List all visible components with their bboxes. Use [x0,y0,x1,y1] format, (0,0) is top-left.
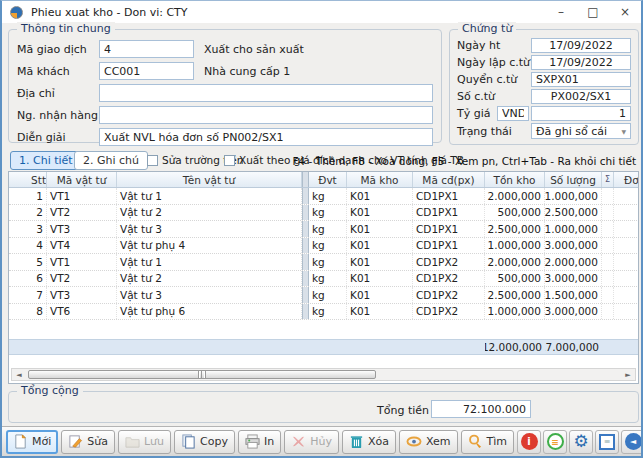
cell[interactable]: K01 [347,287,413,303]
cell[interactable]: 2.000,000 [485,254,545,270]
cell[interactable]: VT2 [47,205,117,221]
cell[interactable]: Vật tư phụ 6 [117,304,302,320]
cell-don-gia[interactable] [614,304,639,320]
cell[interactable]: CD1PX2 [413,254,485,270]
find-button[interactable]: Tìm [461,430,515,454]
cell[interactable]: Vật tư 1 [117,254,302,270]
cell[interactable]: K01 [347,238,413,254]
col-header-ma-kho[interactable]: Mã kho [347,172,413,187]
cell[interactable]: kg [309,287,347,303]
table-row[interactable]: 5VT1Vật tư 1kgK01CD1PX22.000,0002.000,00… [9,254,639,271]
table-row[interactable]: 2VT2Vật tư 2kgK01CD1PX1500,0002.500,000 [9,205,639,222]
cell[interactable]: K01 [347,188,413,204]
cell[interactable]: kg [309,271,347,287]
col-header-don-gia[interactable]: Đơn giá [614,172,639,187]
cell[interactable]: CD1PX1 [413,205,485,221]
cell[interactable]: 2 [9,205,47,221]
cell-don-gia[interactable] [614,221,639,237]
cell[interactable]: 3.000,000 [545,271,602,287]
cell[interactable]: 1.000,000 [485,304,545,320]
cell-don-gia[interactable] [614,238,639,254]
cell[interactable]: Vật tư 1 [117,188,302,204]
note-button[interactable]: ≡ [595,430,619,454]
doc-date-input[interactable] [531,55,631,70]
cell[interactable]: 1.000,000 [545,221,602,237]
receiver-input[interactable] [99,106,433,124]
table-row[interactable]: 4VT4Vật tư phụ 4kgK01CD1PX11.000,0003.00… [9,238,639,255]
view-button[interactable]: Xem [399,430,458,454]
cell[interactable]: 2.500,000 [485,287,545,303]
cell[interactable]: K01 [347,271,413,287]
cell[interactable]: 1.000,000 [545,188,602,204]
print-button[interactable]: In [238,430,281,454]
cell[interactable]: kg [309,304,347,320]
cell[interactable]: 6 [9,271,47,287]
cell[interactable]: VT6 [47,304,117,320]
minimize-icon[interactable]: – [545,1,577,23]
cell[interactable]: CD1PX2 [413,271,485,287]
table-row[interactable]: 8VT6Vật tư phụ 6kgK01CD1PX21.000,0003.00… [9,304,639,321]
col-header-ten-vat-tu[interactable]: Tên vật tư [117,172,302,187]
address-input[interactable] [99,84,433,102]
cell[interactable]: 500,000 [485,271,545,287]
cell[interactable]: 1.500,000 [545,287,602,303]
copy-button[interactable]: Copy [174,430,235,454]
total-money-input[interactable] [431,400,531,418]
cell[interactable]: kg [309,254,347,270]
cell[interactable]: Vật tư 2 [117,271,302,287]
cell[interactable]: VT2 [47,271,117,287]
col-header-ma-vat-tu[interactable]: Mã vật tư [47,172,117,187]
cell[interactable]: VT3 [47,221,117,237]
cell[interactable]: 1 [9,188,47,204]
cell[interactable]: VT1 [47,188,117,204]
cell[interactable]: CD1PX1 [413,221,485,237]
scroll-left-icon[interactable]: ◄ [12,369,26,380]
info-button[interactable]: i [517,430,541,454]
cell[interactable]: 2.000,000 [545,254,602,270]
cell[interactable]: 8 [9,304,47,320]
col-header-stt[interactable]: Stt [9,172,47,187]
col-header-so-luong[interactable]: Số lượng [545,172,602,187]
table-row[interactable]: 6VT2Vật tư 2kgK01CD1PX2500,0003.000,000 [9,271,639,288]
cell[interactable]: CD1PX1 [413,238,485,254]
cell[interactable]: Vật tư 3 [117,287,302,303]
cell[interactable]: K01 [347,304,413,320]
cell[interactable]: 7 [9,287,47,303]
cell[interactable]: CD1PX2 [413,287,485,303]
cell[interactable]: 1.000,000 [485,238,545,254]
table-row[interactable]: 1VT1Vật tư 1kgK01CD1PX12.000,0001.000,00… [9,188,639,205]
cell[interactable]: VT4 [47,238,117,254]
customer-code-input[interactable] [99,62,194,80]
pane-splitter[interactable] [302,172,309,187]
sigma-icon[interactable]: Σ [602,172,614,187]
cell[interactable]: 3.000,000 [545,238,602,254]
cell[interactable]: K01 [347,221,413,237]
cell[interactable]: K01 [347,205,413,221]
posting-date-input[interactable] [531,38,631,53]
col-header-ton-kho[interactable]: Tồn kho [485,172,545,187]
col-header-dvt[interactable]: Đvt [309,172,347,187]
cell[interactable]: Vật tư phụ 4 [117,238,302,254]
cell-don-gia[interactable] [614,254,639,270]
edit-button[interactable]: Sửa [61,430,115,454]
cell[interactable]: kg [309,238,347,254]
cell[interactable]: K01 [347,254,413,270]
go-first-button[interactable]: ◄ [621,430,643,454]
cell[interactable]: 500,000 [485,205,545,221]
description-input[interactable] [99,128,433,146]
cell[interactable]: 3.000,000 [545,304,602,320]
cell[interactable]: kg [309,205,347,221]
cell-don-gia[interactable] [614,287,639,303]
tab-ghi-chu[interactable]: 2. Ghi chú [74,151,148,170]
tab-chi-tiet[interactable]: 1. Chi tiết [10,151,82,170]
delete-button[interactable]: Xóa [342,430,396,454]
close-icon[interactable]: × [609,1,641,23]
cell[interactable]: 2.000,000 [485,188,545,204]
currency-input[interactable] [497,106,529,121]
new-button[interactable]: Mới [6,430,58,454]
cell[interactable]: kg [309,221,347,237]
cell[interactable]: kg [309,188,347,204]
cell[interactable]: 3 [9,221,47,237]
cell[interactable]: 2.500,000 [545,205,602,221]
doc-number-input[interactable] [531,89,631,104]
